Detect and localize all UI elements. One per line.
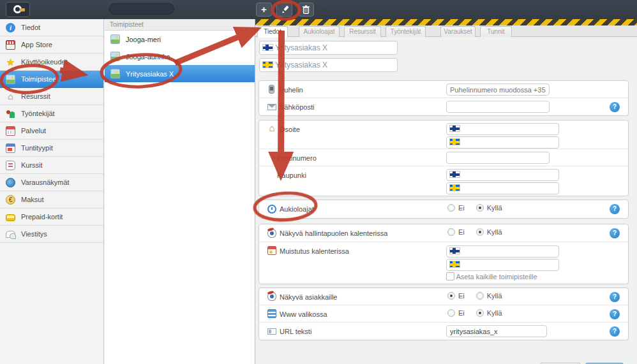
reminder-label: Muistutus kalenterissa [280,247,349,255]
set-all-checkbox[interactable] [446,272,454,280]
sidebar-item-varausnakymat[interactable]: Varausnäkymät [0,174,103,191]
phone-input[interactable] [446,84,550,96]
name-sv-input[interactable] [259,58,398,72]
tab-aukioloajat[interactable]: Aukioloajat [299,26,340,37]
picture-icon [6,75,15,84]
sidebar-item-tuntityypit[interactable]: Tuntityypit [0,140,103,157]
radio-ei[interactable]: Ei [447,292,465,300]
city-row: Kaupunki [259,166,628,196]
house-icon: ⌂ [6,92,15,101]
help-icon[interactable]: ? [610,309,620,319]
sidebar-item-kurssit[interactable]: Kurssit [0,157,103,174]
city-label: Kaupunki [277,171,306,179]
sidebar-item-app-store[interactable]: App Store [0,36,103,54]
sidebar-item-label: Resurssit [21,92,50,100]
sidebar-item-toimipisteet[interactable]: Toimipisteet [0,71,103,88]
edit-button[interactable] [276,3,292,17]
sweden-flag-icon [262,61,273,68]
opening-hours-card: Aukioloajat Ei Kyllä ? [259,200,629,219]
eye-calendar-icon [267,229,276,238]
tab-tyontekijat[interactable]: Työntekijät [386,26,426,37]
info-icon: i [6,23,15,33]
calendar-grid-icon [6,143,15,153]
visibility-card: Näkyvä asiakkaille Ei Kyllä ? Www valiko… [259,288,629,340]
sweden-flag-icon [449,261,460,268]
city-sv-input[interactable] [446,182,559,194]
list-item-jooga-meri[interactable]: Jooga-meri [105,31,255,48]
help-icon[interactable]: ? [610,102,620,112]
money-icon: € [6,195,15,205]
radio-kylla[interactable]: Kyllä [476,204,502,212]
radio-ei[interactable]: Ei [447,309,465,317]
www-menu-label: Www valikossa [280,310,327,318]
city-fi-input[interactable] [446,169,559,181]
sidebar-item-palvelut[interactable]: Palvelut [0,122,103,140]
card-icon [6,214,15,221]
book-icon [6,161,15,170]
list-header: Toimipisteet [105,19,255,31]
eye-icon [267,292,276,301]
list-item-label: Jooga-aurinko [126,53,170,61]
address-sv-input[interactable] [446,136,559,149]
radio-ei[interactable]: Ei [447,204,465,212]
name-fi-wrap [259,41,398,55]
delete-button[interactable] [298,3,314,17]
address-card: ⌂ Osoite Postinumero Kaupunki [259,120,629,196]
hazard-stripe [255,19,637,25]
www-menu-row: Www valikossa Ei Kyllä ? [259,305,628,323]
sidebar-item-viestitys[interactable]: Viestitys [0,226,103,243]
sidebar-item-prepaid-kortit[interactable]: Prepaid-kortit [0,208,103,226]
address-fi-input[interactable] [446,123,559,135]
sidebar-item-label: Maksut [21,196,43,203]
sidebar-item-label: Kurssit [21,161,43,169]
help-icon[interactable]: ? [610,228,620,238]
sidebar-item-maksut[interactable]: € Maksut [0,191,103,208]
finland-flag-icon [449,171,460,178]
name-fi-input[interactable] [259,41,398,55]
admin-calendar-row: Näkyvä hallintapuolen kalenterissa Ei Ky… [259,224,628,242]
sidebar-item-label: Palvelut [21,127,46,135]
add-button[interactable]: + [256,3,272,17]
tab-bar: Tiedot Aukioloajat Resurssit Työntekijät… [255,25,637,37]
globe-icon [6,178,15,187]
tab-tiedot[interactable]: Tiedot [257,26,288,38]
url-text-row: URL teksti ? [259,323,628,340]
admin-calendar-label: Näkyvä hallintapuolen kalenterissa [280,229,387,237]
postcode-input[interactable] [446,152,550,164]
tab-varaukset[interactable]: Varaukset [440,26,476,37]
trash-icon [302,5,310,14]
opening-hours-label: Aukioloajat [280,205,314,213]
list-panel: Toimipisteet Jooga-meri Jooga-aurinko Yr… [105,19,255,364]
help-icon[interactable]: ? [610,326,620,337]
sidebar-item-resurssit[interactable]: ⌂ Resurssit [0,88,103,105]
radio-kylla[interactable]: Kyllä [476,309,502,317]
sidebar-item-tiedot[interactable]: i Tiedot [0,19,103,36]
email-input[interactable] [446,101,550,113]
help-icon[interactable]: ? [610,204,620,214]
reminder-fi-input[interactable] [446,245,559,258]
postcode-row: Postinumero [259,149,628,166]
help-icon[interactable]: ? [610,292,620,302]
sidebar-item-label: Viestitys [21,230,47,238]
calendar-icon [6,126,15,136]
phone-row: Puhelin [259,81,628,98]
reminder-sv-input[interactable] [446,259,559,271]
tab-resurssit[interactable]: Resurssit [344,26,381,37]
radio-kylla[interactable]: Kyllä [476,292,502,300]
phone-icon [269,85,274,94]
clock-icon [267,205,276,214]
search-input[interactable] [109,3,174,15]
sidebar-item-tyontekijat[interactable]: Työntekijät [0,105,103,122]
radio-kylla[interactable]: Kyllä [476,228,502,236]
postcode-label: Postinumero [277,154,317,162]
list-item-yritysasiakas-x[interactable]: Yritysasiakas X [105,65,255,82]
radio-ei[interactable]: Ei [447,228,465,236]
sidebar-item-kayttooikeudet[interactable]: ★ Käyttöoikeudet [0,54,103,71]
people-icon [6,109,15,119]
sweden-flag-icon [449,138,460,145]
app-logo[interactable] [6,2,30,17]
star-icon: ★ [6,57,15,67]
url-text-input[interactable] [446,325,547,337]
tab-tunnit[interactable]: Tunnit [480,26,512,37]
list-item-jooga-aurinko[interactable]: Jooga-aurinko [105,48,255,65]
